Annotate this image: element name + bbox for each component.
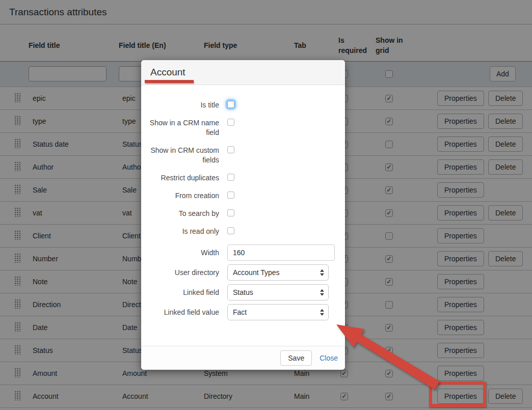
modal-field-linked-field: Linked fieldStatus [148,284,335,300]
close-button[interactable]: Close [320,354,338,362]
select-value: Status [233,288,253,296]
select-value: Account Types [233,268,280,277]
width-input[interactable] [227,244,335,261]
select-arrows-icon [320,309,324,316]
arrow-down-icon [320,273,324,276]
modal-field-to-search-by: To search by [148,209,335,218]
modal-field-restrict-duplicates: Restrict duplicates [148,173,335,183]
is-read-only-checkbox[interactable] [227,227,234,234]
modal-title: Account [150,67,336,78]
modal-field-show-in-a-crm-name-field: Show in a CRM name field [148,118,335,138]
to-search-by-checkbox[interactable] [227,209,234,216]
field-label: Is read only [148,227,219,236]
field-label: Is title [148,100,219,110]
select-arrows-icon [320,269,324,276]
annotation-highlight-rect [429,381,486,407]
modal-body: Is titleShow in a CRM name fieldShow in … [141,85,345,346]
modal-field-user-directory: User directoryAccount Types [148,264,335,281]
screen: Transactions attributes Field title Fiel… [0,0,532,410]
field-label: From creation [148,191,219,201]
arrow-up-icon [320,289,324,292]
field-label: User directory [148,264,219,281]
arrow-up-icon [320,309,324,312]
arrow-down-icon [320,313,324,315]
select-value: Fact [233,308,247,316]
restrict-duplicates-checkbox[interactable] [227,174,234,181]
show-in-a-crm-name-field-checkbox[interactable] [227,119,234,126]
linked-field-select[interactable]: Status [227,284,329,300]
modal-field-is-read-only: Is read only [148,227,335,236]
field-label: Width [148,244,219,261]
modal-field-from-creation: From creation [148,191,335,201]
account-modal: Account Is titleShow in a CRM name field… [141,60,345,370]
field-label: Linked field value [148,304,219,320]
modal-field-show-in-crm-custom-fields: Show in CRM custom fields [148,146,335,165]
field-label: Restrict duplicates [148,173,219,183]
arrow-up-icon [320,269,324,272]
from-creation-checkbox[interactable] [227,192,234,199]
show-in-crm-custom-fields-checkbox[interactable] [227,146,234,153]
save-button[interactable]: Save [280,350,312,366]
field-label: Show in a CRM name field [148,118,219,138]
modal-footer: Save Close [141,346,345,370]
modal-field-width: Width [148,244,335,261]
modal-field-is-title: Is title [148,100,335,110]
select-arrows-icon [320,289,324,296]
arrow-down-icon [320,293,324,295]
linked-field-value-select[interactable]: Fact [227,304,329,320]
field-label: Show in CRM custom fields [148,146,219,165]
annotation-underline [145,80,194,83]
field-label: Linked field [148,284,219,300]
modal-field-linked-field-value: Linked field valueFact [148,304,335,320]
is-title-checkbox[interactable] [227,101,234,108]
field-label: To search by [148,209,219,218]
user-directory-select[interactable]: Account Types [227,264,329,281]
